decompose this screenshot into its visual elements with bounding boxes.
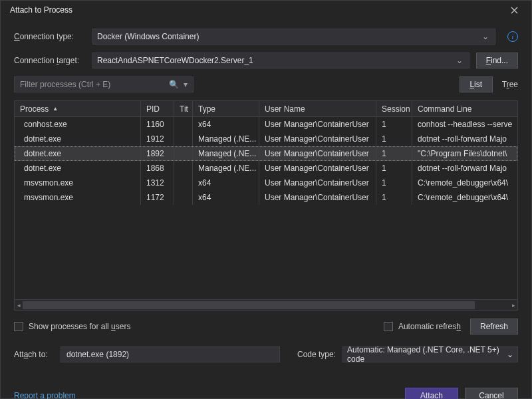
cell: User Manager\ContainerUser (259, 176, 376, 190)
cell: User Manager\ContainerUser (259, 190, 376, 205)
cell: conhost --headless --serve (412, 117, 517, 132)
code-type-label: Code type: (297, 350, 336, 359)
close-button[interactable] (502, 1, 526, 19)
connection-type-label: Connection type: (14, 32, 86, 41)
titlebar: Attach to Process (1, 1, 531, 19)
cell (174, 132, 193, 146)
table-row[interactable]: conhost.exe1160x64User Manager\Container… (15, 117, 517, 132)
cell: User Manager\ContainerUser (259, 146, 376, 161)
table-row[interactable]: dotnet.exe1912Managed (.NE...User Manage… (15, 132, 517, 146)
cell (174, 161, 193, 176)
info-icon[interactable]: i (507, 31, 518, 42)
cell: msvsmon.exe (15, 176, 141, 190)
cell: 1 (376, 190, 412, 205)
cell: 1172 (141, 190, 174, 205)
filter-placeholder: Filter processes (Ctrl + E) (20, 80, 166, 89)
cell: dotnet --roll-forward Majo (412, 132, 517, 146)
list-view-button[interactable]: List (460, 76, 493, 92)
cell: 1 (376, 132, 412, 146)
table-row[interactable]: dotnet.exe1868Managed (.NE...User Manage… (15, 161, 517, 176)
cell: 1 (376, 176, 412, 190)
attach-to-row: Attach to: dotnet.exe (1892) Code type: … (14, 346, 518, 362)
connection-target-value: ReactAndASPNETCoreWDocker2.Server_1 (97, 56, 253, 65)
cell: C:\remote_debugger\x64\ (412, 176, 517, 190)
cancel-button[interactable]: Cancel (465, 388, 518, 399)
cell: 1312 (141, 176, 174, 190)
connection-target-row: Connection target: ReactAndASPNETCoreWDo… (14, 53, 518, 68)
cell: 1868 (141, 161, 174, 176)
search-icon[interactable]: 🔍 (166, 80, 181, 89)
show-all-users-checkbox[interactable]: Show processes for all users (14, 322, 130, 331)
col-user[interactable]: User Name (259, 101, 376, 116)
col-session[interactable]: Session (376, 101, 412, 116)
checkbox-box (14, 322, 23, 331)
horizontal-scrollbar[interactable]: ◂ ▸ (15, 299, 517, 310)
cell: Managed (.NE... (193, 146, 259, 161)
options-row: Show processes for all users Automatic r… (14, 319, 518, 334)
auto-refresh-checkbox[interactable]: Automatic refresh (384, 322, 461, 331)
cell: dotnet --roll-forward Majo (412, 161, 517, 176)
find-button[interactable]: Find... (476, 53, 518, 68)
col-type[interactable]: Type (193, 101, 259, 116)
cell: dotnet.exe (15, 161, 141, 176)
cell: 1 (376, 146, 412, 161)
filter-row: Filter processes (Ctrl + E) 🔍 ▾ List Tre… (14, 76, 518, 92)
table-row[interactable]: msvsmon.exe1172x64User Manager\Container… (15, 190, 517, 205)
cell: dotnet.exe (15, 132, 141, 146)
show-all-users-label: Show processes for all users (29, 322, 130, 331)
connection-type-row: Connection type: Docker (Windows Contain… (14, 29, 518, 45)
cell: Managed (.NE... (193, 161, 259, 176)
attach-to-label: Attach to: (14, 350, 54, 359)
close-icon (511, 7, 518, 14)
scroll-right-icon[interactable]: ▸ (509, 300, 517, 311)
cell (174, 190, 193, 205)
cell: 1892 (141, 146, 174, 161)
chevron-down-icon[interactable]: ▾ (181, 80, 190, 89)
checkbox-box (384, 322, 393, 331)
footer: Report a problem Attach Cancel (14, 388, 518, 399)
scrollbar-thumb[interactable] (23, 301, 475, 309)
tree-view-button[interactable]: Tree (502, 80, 518, 89)
chevron-down-icon: ⌄ (454, 56, 465, 65)
chevron-down-icon: ⌄ (507, 350, 513, 359)
col-pid[interactable]: PID (141, 101, 174, 116)
attach-to-value: dotnet.exe (1892) (66, 350, 129, 359)
table-header: Process▲ PID Tit Type User Name Session … (15, 101, 517, 117)
table-body: conhost.exe1160x64User Manager\Container… (15, 117, 517, 299)
attach-to-input[interactable]: dotnet.exe (1892) (61, 346, 280, 362)
cell: Managed (.NE... (193, 132, 259, 146)
cell: x64 (193, 190, 259, 205)
cell: 1 (376, 117, 412, 132)
attach-to-process-dialog: Attach to Process Connection type: Docke… (0, 0, 532, 399)
cell: 1 (376, 161, 412, 176)
cell: x64 (193, 176, 259, 190)
refresh-button[interactable]: Refresh (470, 319, 518, 334)
report-problem-link[interactable]: Report a problem (14, 391, 76, 399)
view-toggle: List Tree (460, 76, 518, 92)
table-row[interactable]: dotnet.exe1892Managed (.NE...User Manage… (15, 146, 517, 161)
cell (174, 146, 193, 161)
code-type-combo[interactable]: Automatic: Managed (.NET Core, .NET 5+) … (342, 346, 518, 362)
connection-target-combo[interactable]: ReactAndASPNETCoreWDocker2.Server_1 ⌄ (92, 53, 469, 68)
col-process[interactable]: Process▲ (15, 101, 141, 116)
cell: dotnet.exe (15, 146, 141, 161)
table-row[interactable]: msvsmon.exe1312x64User Manager\Container… (15, 176, 517, 190)
col-title[interactable]: Tit (174, 101, 193, 116)
cell: 1912 (141, 132, 174, 146)
col-cmd[interactable]: Command Line (412, 101, 517, 116)
sort-asc-icon: ▲ (53, 106, 58, 112)
cell: msvsmon.exe (15, 190, 141, 205)
cell: 1160 (141, 117, 174, 132)
connection-type-combo[interactable]: Docker (Windows Container) ⌄ (92, 29, 495, 45)
connection-target-label: Connection target: (14, 56, 86, 65)
chevron-down-icon: ⌄ (480, 32, 491, 41)
attach-button[interactable]: Attach (405, 388, 458, 399)
cell: User Manager\ContainerUser (259, 132, 376, 146)
cell: x64 (193, 117, 259, 132)
dialog-title: Attach to Process (10, 5, 502, 15)
filter-input[interactable]: Filter processes (Ctrl + E) 🔍 ▾ (14, 76, 194, 92)
cell: User Manager\ContainerUser (259, 117, 376, 132)
connection-type-value: Docker (Windows Container) (97, 32, 199, 41)
cell: User Manager\ContainerUser (259, 161, 376, 176)
scroll-left-icon[interactable]: ◂ (15, 300, 23, 311)
